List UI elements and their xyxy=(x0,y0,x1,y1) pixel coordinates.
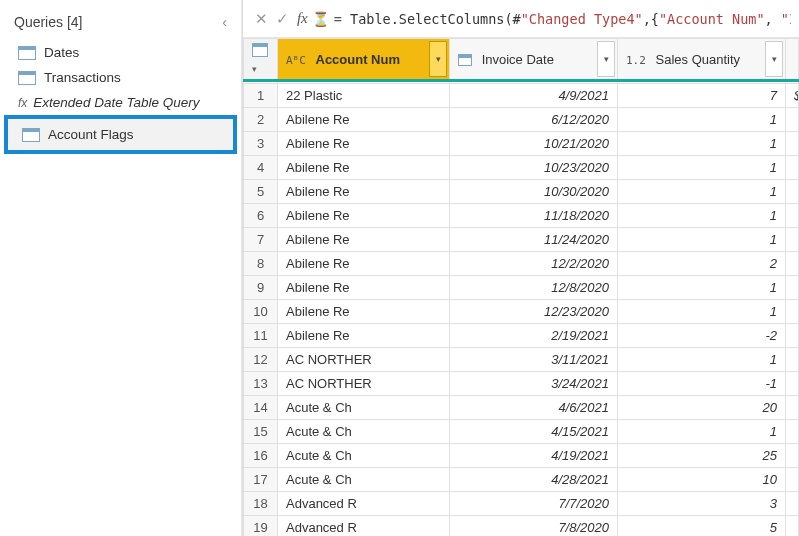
table-row[interactable]: 14Acute & Ch4/6/202120 xyxy=(244,396,799,420)
cell-invoice-date[interactable]: 4/9/2021 xyxy=(450,84,618,108)
table-row[interactable]: 11Abilene Re2/19/2021-2 xyxy=(244,324,799,348)
cell-extra[interactable] xyxy=(786,516,799,537)
table-row[interactable]: 122 Plastic4/9/20217$ xyxy=(244,84,799,108)
cell-invoice-date[interactable]: 11/24/2020 xyxy=(450,228,618,252)
cell-extra[interactable] xyxy=(786,228,799,252)
cell-invoice-date[interactable]: 3/11/2021 xyxy=(450,348,618,372)
cell-sales-quantity[interactable]: 1 xyxy=(618,108,786,132)
cell-extra[interactable] xyxy=(786,108,799,132)
cell-sales-quantity[interactable]: 7 xyxy=(618,84,786,108)
cell-account[interactable]: Acute & Ch xyxy=(278,444,450,468)
column-header-sales-quantity[interactable]: 1.2 Sales Quantity ▾ xyxy=(618,39,786,81)
cell-account[interactable]: Abilene Re xyxy=(278,180,450,204)
cell-invoice-date[interactable]: 4/15/2021 xyxy=(450,420,618,444)
cell-sales-quantity[interactable]: 2 xyxy=(618,252,786,276)
query-item-extended-date[interactable]: fx Extended Date Table Query xyxy=(0,90,241,115)
cell-extra[interactable] xyxy=(786,396,799,420)
cell-extra[interactable] xyxy=(786,132,799,156)
cell-sales-quantity[interactable]: 1 xyxy=(618,228,786,252)
cell-invoice-date[interactable]: 7/8/2020 xyxy=(450,516,618,537)
cell-invoice-date[interactable]: 3/24/2021 xyxy=(450,372,618,396)
cell-sales-quantity[interactable]: 1 xyxy=(618,420,786,444)
cell-extra[interactable]: $ xyxy=(786,84,799,108)
table-row[interactable]: 5Abilene Re10/30/20201 xyxy=(244,180,799,204)
table-row[interactable]: 12AC NORTHER3/11/20211 xyxy=(244,348,799,372)
table-row[interactable]: 4Abilene Re10/23/20201 xyxy=(244,156,799,180)
cell-invoice-date[interactable]: 10/23/2020 xyxy=(450,156,618,180)
cell-sales-quantity[interactable]: -2 xyxy=(618,324,786,348)
cell-sales-quantity[interactable]: 20 xyxy=(618,396,786,420)
cell-sales-quantity[interactable]: 1 xyxy=(618,204,786,228)
table-row[interactable]: 2Abilene Re6/12/20201 xyxy=(244,108,799,132)
table-row[interactable]: 19Advanced R7/8/20205 xyxy=(244,516,799,537)
cell-sales-quantity[interactable]: 1 xyxy=(618,276,786,300)
cell-extra[interactable] xyxy=(786,204,799,228)
query-item-account-flags[interactable]: Account Flags xyxy=(8,119,233,150)
query-item-dates[interactable]: Dates xyxy=(0,40,241,65)
cell-invoice-date[interactable]: 12/8/2020 xyxy=(450,276,618,300)
cell-sales-quantity[interactable]: -1 xyxy=(618,372,786,396)
cell-account[interactable]: AC NORTHER xyxy=(278,348,450,372)
cell-account[interactable]: Abilene Re xyxy=(278,204,450,228)
cell-extra[interactable] xyxy=(786,324,799,348)
cell-account[interactable]: Abilene Re xyxy=(278,324,450,348)
cancel-formula-icon[interactable]: ✕ xyxy=(251,10,272,28)
cell-sales-quantity[interactable]: 1 xyxy=(618,180,786,204)
cell-account[interactable]: Abilene Re xyxy=(278,276,450,300)
cell-account[interactable]: Abilene Re xyxy=(278,228,450,252)
cell-invoice-date[interactable]: 11/18/2020 xyxy=(450,204,618,228)
cell-invoice-date[interactable]: 4/6/2021 xyxy=(450,396,618,420)
table-row[interactable]: 15Acute & Ch4/15/20211 xyxy=(244,420,799,444)
table-row[interactable]: 10Abilene Re12/23/20201 xyxy=(244,300,799,324)
cell-sales-quantity[interactable]: 10 xyxy=(618,468,786,492)
cell-invoice-date[interactable]: 4/19/2021 xyxy=(450,444,618,468)
cell-account[interactable]: Advanced R xyxy=(278,492,450,516)
filter-dropdown-icon[interactable]: ▾ xyxy=(597,41,615,77)
table-row[interactable]: 7Abilene Re11/24/20201 xyxy=(244,228,799,252)
cell-extra[interactable] xyxy=(786,372,799,396)
cell-account[interactable]: Abilene Re xyxy=(278,156,450,180)
cell-account[interactable]: 22 Plastic xyxy=(278,84,450,108)
filter-dropdown-icon[interactable]: ▾ xyxy=(429,41,447,77)
cell-sales-quantity[interactable]: 3 xyxy=(618,492,786,516)
cell-invoice-date[interactable]: 4/28/2021 xyxy=(450,468,618,492)
cell-extra[interactable] xyxy=(786,468,799,492)
table-row[interactable]: 17Acute & Ch4/28/202110 xyxy=(244,468,799,492)
cell-extra[interactable] xyxy=(786,348,799,372)
cell-sales-quantity[interactable]: 1 xyxy=(618,348,786,372)
column-header-account-num[interactable]: AᴮC Account Num ▾ xyxy=(278,39,450,81)
cell-extra[interactable] xyxy=(786,420,799,444)
commit-formula-icon[interactable]: ✓ xyxy=(272,10,293,28)
collapse-sidebar-icon[interactable]: ‹ xyxy=(222,14,227,30)
cell-account[interactable]: Abilene Re xyxy=(278,108,450,132)
cell-sales-quantity[interactable]: 1 xyxy=(618,132,786,156)
cell-invoice-date[interactable]: 10/21/2020 xyxy=(450,132,618,156)
cell-account[interactable]: Abilene Re xyxy=(278,132,450,156)
cell-account[interactable]: Acute & Ch xyxy=(278,396,450,420)
cell-invoice-date[interactable]: 10/30/2020 xyxy=(450,180,618,204)
table-row[interactable]: 9Abilene Re12/8/20201 xyxy=(244,276,799,300)
cell-extra[interactable] xyxy=(786,180,799,204)
formula-text[interactable]: = Table.SelectColumns(#"Changed Type4",{… xyxy=(334,11,791,27)
table-row[interactable]: 18Advanced R7/7/20203 xyxy=(244,492,799,516)
row-header-corner[interactable]: ▾ xyxy=(244,39,278,81)
cell-account[interactable]: Advanced R xyxy=(278,516,450,537)
cell-extra[interactable] xyxy=(786,156,799,180)
query-item-transactions[interactable]: Transactions xyxy=(0,65,241,90)
table-row[interactable]: 6Abilene Re11/18/20201 xyxy=(244,204,799,228)
filter-dropdown-icon[interactable]: ▾ xyxy=(765,41,783,77)
cell-account[interactable]: Acute & Ch xyxy=(278,468,450,492)
table-row[interactable]: 8Abilene Re12/2/20202 xyxy=(244,252,799,276)
cell-sales-quantity[interactable]: 1 xyxy=(618,300,786,324)
cell-invoice-date[interactable]: 12/2/2020 xyxy=(450,252,618,276)
table-row[interactable]: 3Abilene Re10/21/20201 xyxy=(244,132,799,156)
cell-account[interactable]: Abilene Re xyxy=(278,252,450,276)
table-row[interactable]: 16Acute & Ch4/19/202125 xyxy=(244,444,799,468)
cell-account[interactable]: Acute & Ch xyxy=(278,420,450,444)
cell-invoice-date[interactable]: 12/23/2020 xyxy=(450,300,618,324)
cell-invoice-date[interactable]: 2/19/2021 xyxy=(450,324,618,348)
cell-invoice-date[interactable]: 6/12/2020 xyxy=(450,108,618,132)
cell-extra[interactable] xyxy=(786,492,799,516)
column-header-invoice-date[interactable]: Invoice Date ▾ xyxy=(450,39,618,81)
cell-extra[interactable] xyxy=(786,252,799,276)
